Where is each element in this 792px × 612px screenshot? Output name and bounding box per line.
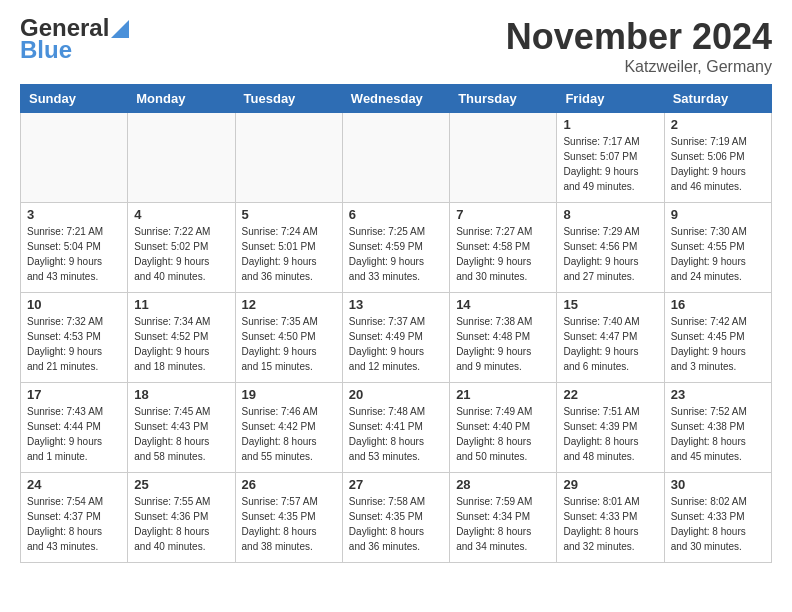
day-cell: 22Sunrise: 7:51 AM Sunset: 4:39 PM Dayli… xyxy=(557,383,664,473)
day-info: Sunrise: 7:19 AM Sunset: 5:06 PM Dayligh… xyxy=(671,134,765,194)
page-container: General Blue November 2024 Katzweiler, G… xyxy=(0,0,792,579)
day-number: 27 xyxy=(349,477,443,492)
day-number: 22 xyxy=(563,387,657,402)
week-row-1: 1Sunrise: 7:17 AM Sunset: 5:07 PM Daylig… xyxy=(21,113,772,203)
day-info: Sunrise: 7:42 AM Sunset: 4:45 PM Dayligh… xyxy=(671,314,765,374)
day-cell: 13Sunrise: 7:37 AM Sunset: 4:49 PM Dayli… xyxy=(342,293,449,383)
logo-blue: Blue xyxy=(20,36,72,64)
day-cell: 2Sunrise: 7:19 AM Sunset: 5:06 PM Daylig… xyxy=(664,113,771,203)
day-cell xyxy=(450,113,557,203)
day-info: Sunrise: 7:17 AM Sunset: 5:07 PM Dayligh… xyxy=(563,134,657,194)
col-header-sunday: Sunday xyxy=(21,85,128,113)
day-cell: 18Sunrise: 7:45 AM Sunset: 4:43 PM Dayli… xyxy=(128,383,235,473)
month-title: November 2024 xyxy=(506,16,772,58)
day-cell: 5Sunrise: 7:24 AM Sunset: 5:01 PM Daylig… xyxy=(235,203,342,293)
day-cell xyxy=(21,113,128,203)
day-number: 9 xyxy=(671,207,765,222)
day-number: 4 xyxy=(134,207,228,222)
day-info: Sunrise: 7:25 AM Sunset: 4:59 PM Dayligh… xyxy=(349,224,443,284)
day-number: 2 xyxy=(671,117,765,132)
day-info: Sunrise: 7:32 AM Sunset: 4:53 PM Dayligh… xyxy=(27,314,121,374)
col-header-friday: Friday xyxy=(557,85,664,113)
day-cell: 15Sunrise: 7:40 AM Sunset: 4:47 PM Dayli… xyxy=(557,293,664,383)
day-cell: 30Sunrise: 8:02 AM Sunset: 4:33 PM Dayli… xyxy=(664,473,771,563)
day-cell: 20Sunrise: 7:48 AM Sunset: 4:41 PM Dayli… xyxy=(342,383,449,473)
day-cell: 4Sunrise: 7:22 AM Sunset: 5:02 PM Daylig… xyxy=(128,203,235,293)
day-number: 19 xyxy=(242,387,336,402)
day-number: 17 xyxy=(27,387,121,402)
header-row: SundayMondayTuesdayWednesdayThursdayFrid… xyxy=(21,85,772,113)
day-cell: 21Sunrise: 7:49 AM Sunset: 4:40 PM Dayli… xyxy=(450,383,557,473)
day-cell: 29Sunrise: 8:01 AM Sunset: 4:33 PM Dayli… xyxy=(557,473,664,563)
day-number: 15 xyxy=(563,297,657,312)
day-info: Sunrise: 7:27 AM Sunset: 4:58 PM Dayligh… xyxy=(456,224,550,284)
day-number: 28 xyxy=(456,477,550,492)
day-cell: 12Sunrise: 7:35 AM Sunset: 4:50 PM Dayli… xyxy=(235,293,342,383)
day-number: 26 xyxy=(242,477,336,492)
day-info: Sunrise: 7:58 AM Sunset: 4:35 PM Dayligh… xyxy=(349,494,443,554)
day-cell: 9Sunrise: 7:30 AM Sunset: 4:55 PM Daylig… xyxy=(664,203,771,293)
day-number: 5 xyxy=(242,207,336,222)
day-number: 25 xyxy=(134,477,228,492)
calendar-table: SundayMondayTuesdayWednesdayThursdayFrid… xyxy=(20,84,772,563)
day-info: Sunrise: 7:21 AM Sunset: 5:04 PM Dayligh… xyxy=(27,224,121,284)
day-cell: 25Sunrise: 7:55 AM Sunset: 4:36 PM Dayli… xyxy=(128,473,235,563)
day-info: Sunrise: 7:55 AM Sunset: 4:36 PM Dayligh… xyxy=(134,494,228,554)
day-cell: 26Sunrise: 7:57 AM Sunset: 4:35 PM Dayli… xyxy=(235,473,342,563)
day-info: Sunrise: 7:37 AM Sunset: 4:49 PM Dayligh… xyxy=(349,314,443,374)
day-number: 24 xyxy=(27,477,121,492)
day-number: 21 xyxy=(456,387,550,402)
location: Katzweiler, Germany xyxy=(506,58,772,76)
day-info: Sunrise: 8:01 AM Sunset: 4:33 PM Dayligh… xyxy=(563,494,657,554)
day-info: Sunrise: 7:24 AM Sunset: 5:01 PM Dayligh… xyxy=(242,224,336,284)
day-cell xyxy=(128,113,235,203)
day-number: 7 xyxy=(456,207,550,222)
day-number: 30 xyxy=(671,477,765,492)
day-cell: 6Sunrise: 7:25 AM Sunset: 4:59 PM Daylig… xyxy=(342,203,449,293)
day-cell: 1Sunrise: 7:17 AM Sunset: 5:07 PM Daylig… xyxy=(557,113,664,203)
day-cell: 27Sunrise: 7:58 AM Sunset: 4:35 PM Dayli… xyxy=(342,473,449,563)
day-info: Sunrise: 8:02 AM Sunset: 4:33 PM Dayligh… xyxy=(671,494,765,554)
day-cell: 23Sunrise: 7:52 AM Sunset: 4:38 PM Dayli… xyxy=(664,383,771,473)
title-area: November 2024 Katzweiler, Germany xyxy=(506,16,772,76)
col-header-saturday: Saturday xyxy=(664,85,771,113)
day-info: Sunrise: 7:43 AM Sunset: 4:44 PM Dayligh… xyxy=(27,404,121,464)
day-info: Sunrise: 7:52 AM Sunset: 4:38 PM Dayligh… xyxy=(671,404,765,464)
day-number: 8 xyxy=(563,207,657,222)
week-row-4: 17Sunrise: 7:43 AM Sunset: 4:44 PM Dayli… xyxy=(21,383,772,473)
day-info: Sunrise: 7:49 AM Sunset: 4:40 PM Dayligh… xyxy=(456,404,550,464)
day-info: Sunrise: 7:57 AM Sunset: 4:35 PM Dayligh… xyxy=(242,494,336,554)
week-row-5: 24Sunrise: 7:54 AM Sunset: 4:37 PM Dayli… xyxy=(21,473,772,563)
col-header-tuesday: Tuesday xyxy=(235,85,342,113)
day-number: 23 xyxy=(671,387,765,402)
col-header-wednesday: Wednesday xyxy=(342,85,449,113)
day-cell xyxy=(342,113,449,203)
day-number: 20 xyxy=(349,387,443,402)
day-info: Sunrise: 7:38 AM Sunset: 4:48 PM Dayligh… xyxy=(456,314,550,374)
day-cell: 14Sunrise: 7:38 AM Sunset: 4:48 PM Dayli… xyxy=(450,293,557,383)
svg-marker-0 xyxy=(111,20,129,38)
day-number: 6 xyxy=(349,207,443,222)
day-cell: 7Sunrise: 7:27 AM Sunset: 4:58 PM Daylig… xyxy=(450,203,557,293)
day-number: 11 xyxy=(134,297,228,312)
logo-icon xyxy=(111,20,129,38)
day-info: Sunrise: 7:59 AM Sunset: 4:34 PM Dayligh… xyxy=(456,494,550,554)
day-cell: 3Sunrise: 7:21 AM Sunset: 5:04 PM Daylig… xyxy=(21,203,128,293)
day-cell: 17Sunrise: 7:43 AM Sunset: 4:44 PM Dayli… xyxy=(21,383,128,473)
day-info: Sunrise: 7:48 AM Sunset: 4:41 PM Dayligh… xyxy=(349,404,443,464)
day-cell xyxy=(235,113,342,203)
day-cell: 19Sunrise: 7:46 AM Sunset: 4:42 PM Dayli… xyxy=(235,383,342,473)
day-cell: 11Sunrise: 7:34 AM Sunset: 4:52 PM Dayli… xyxy=(128,293,235,383)
day-info: Sunrise: 7:54 AM Sunset: 4:37 PM Dayligh… xyxy=(27,494,121,554)
day-cell: 16Sunrise: 7:42 AM Sunset: 4:45 PM Dayli… xyxy=(664,293,771,383)
day-number: 29 xyxy=(563,477,657,492)
day-info: Sunrise: 7:35 AM Sunset: 4:50 PM Dayligh… xyxy=(242,314,336,374)
day-number: 10 xyxy=(27,297,121,312)
day-number: 18 xyxy=(134,387,228,402)
day-number: 12 xyxy=(242,297,336,312)
day-info: Sunrise: 7:29 AM Sunset: 4:56 PM Dayligh… xyxy=(563,224,657,284)
day-cell: 10Sunrise: 7:32 AM Sunset: 4:53 PM Dayli… xyxy=(21,293,128,383)
day-info: Sunrise: 7:51 AM Sunset: 4:39 PM Dayligh… xyxy=(563,404,657,464)
day-info: Sunrise: 7:45 AM Sunset: 4:43 PM Dayligh… xyxy=(134,404,228,464)
day-info: Sunrise: 7:34 AM Sunset: 4:52 PM Dayligh… xyxy=(134,314,228,374)
